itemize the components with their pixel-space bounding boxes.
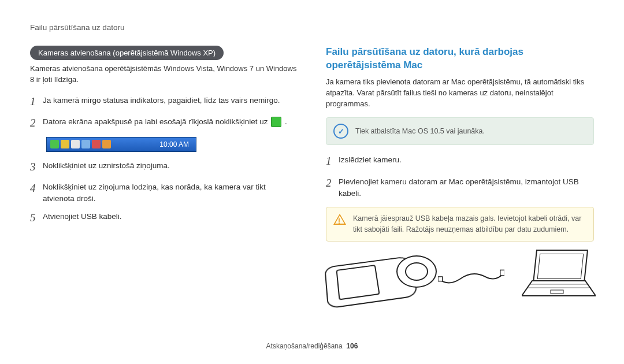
- warning-text: Kamerā jāiesprauž USB kabeļa mazais gals…: [353, 213, 586, 235]
- step-number-1: 1: [326, 153, 339, 169]
- step-number-4: 4: [30, 180, 43, 196]
- footer-page-number: 106: [346, 342, 358, 350]
- step-text: Datora ekrāna apakšpusē pa labi esošajā …: [43, 115, 298, 128]
- step-number-2: 2: [30, 115, 43, 131]
- tray-icon: [71, 140, 80, 148]
- svg-rect-1: [500, 270, 504, 276]
- info-callout: ✓ Tiek atbalstīta Mac OS 10.5 vai jaunāk…: [326, 117, 594, 145]
- info-icon: ✓: [333, 124, 348, 139]
- camera-drawing: [326, 250, 421, 302]
- left-column: Kameras atvienošana (operētājsistēmā Win…: [30, 46, 298, 302]
- steps-list-left: 1 Ja kamerā mirgo statusa indikators, pa…: [30, 94, 298, 131]
- step-number-3: 3: [30, 159, 43, 175]
- steps-list-left-continued: 3 Noklikšķiniet uz uznirstošā ziņojuma. …: [30, 159, 298, 226]
- safely-remove-hardware-icon: [271, 117, 281, 127]
- tray-icon: [50, 140, 59, 148]
- step-text: Atvienojiet USB kabeli.: [43, 210, 298, 222]
- step-number-2: 2: [326, 175, 339, 191]
- footer-section: Atskaņošana/rediģēšana: [266, 342, 343, 350]
- svg-rect-0: [438, 277, 443, 281]
- section-intro: Ja kamera tiks pievienota datoram ar Mac…: [326, 77, 594, 110]
- step-number-1: 1: [30, 94, 43, 110]
- step-number-5: 5: [30, 210, 43, 226]
- steps-list-right: 1 Izslēdziet kameru. 2 Pievienojiet kame…: [326, 153, 594, 199]
- step-text: Izslēdziet kameru.: [339, 153, 594, 166]
- warning-callout: ! Kamerā jāiesprauž USB kabeļa mazais ga…: [326, 207, 594, 242]
- section-subtext: Kameras atvienošana operētājsistēmās Win…: [30, 64, 298, 86]
- windows-taskbar-illustration: 10:00 AM: [46, 137, 196, 152]
- step-text-part: Datora ekrāna apakšpusē pa labi esošajā …: [43, 117, 270, 126]
- warning-icon: !: [333, 214, 346, 225]
- taskbar-clock: 10:00 AM: [159, 140, 189, 148]
- step-text: Noklikšķiniet uz ziņojuma lodziņa, kas n…: [43, 180, 298, 204]
- tray-icons: [50, 140, 111, 148]
- step-text-part: .: [285, 117, 287, 126]
- tray-icon: [61, 140, 69, 148]
- tray-icon: [92, 140, 101, 148]
- laptop-drawing: [522, 250, 594, 302]
- section-pill: Kameras atvienošana (operētājsistēmā Win…: [30, 46, 224, 60]
- tray-icon: [102, 140, 111, 148]
- page-footer: Atskaņošana/rediģēšana 106: [0, 342, 624, 350]
- section-title: Failu pārsūtīšana uz datoru, kurā darboj…: [326, 46, 594, 72]
- camera-laptop-illustration: [326, 250, 594, 302]
- step-text: Noklikšķiniet uz uznirstošā ziņojuma.: [43, 159, 298, 172]
- info-text: Tiek atbalstīta Mac OS 10.5 vai jaunāka.: [355, 127, 485, 135]
- right-column: Failu pārsūtīšana uz datoru, kurā darboj…: [326, 46, 594, 302]
- step-text: Pievienojiet kameru datoram ar Mac operē…: [339, 175, 594, 199]
- usb-cable-drawing: [438, 262, 504, 289]
- page-header: Failu pārsūtīšana uz datoru: [30, 23, 594, 32]
- tray-icon: [81, 140, 90, 148]
- step-text: Ja kamerā mirgo statusa indikators, paga…: [43, 94, 298, 106]
